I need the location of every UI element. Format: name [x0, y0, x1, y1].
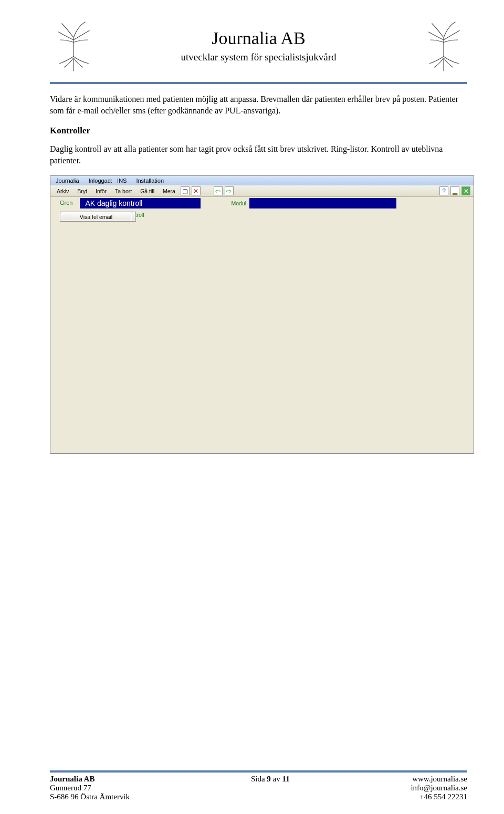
- doc-icon[interactable]: ▢: [181, 186, 190, 195]
- menubar[interactable]: Arkiv Bryt Inför Ta bort Gå till Mera ▢ …: [50, 185, 474, 197]
- tagline: utvecklar system för specialistsjukvård: [108, 51, 410, 63]
- app-name: Journalia: [56, 178, 79, 184]
- close-x-icon[interactable]: ✕: [192, 186, 201, 195]
- modul-value: [249, 198, 396, 208]
- document-header: Journalia AB utvecklar system för specia…: [50, 16, 467, 84]
- titlebar: Journalia Inloggad: INS Installation: [50, 176, 474, 185]
- paragraph-1: Vidare är kommunikationen med patienten …: [50, 93, 467, 116]
- footer-url: www.journalia.se: [411, 775, 467, 784]
- menu-tabort[interactable]: Ta bort: [112, 187, 135, 195]
- footer-address2: S-686 96 Östra Ämtervik: [50, 792, 130, 801]
- close-icon[interactable]: ✕: [461, 186, 470, 195]
- menu-bryt[interactable]: Bryt: [74, 187, 90, 195]
- page-footer: Journalia AB Gunnerud 77 S-686 96 Östra …: [50, 770, 467, 801]
- visa-fel-email-button[interactable]: Visa fel email: [60, 212, 132, 222]
- menu-arkiv[interactable]: Arkiv: [54, 187, 72, 195]
- footer-phone: +46 554 22231: [411, 792, 467, 801]
- arrow-right-icon[interactable]: ⇨: [225, 186, 234, 195]
- gren-value: AK daglig kontroll: [80, 198, 201, 208]
- footer-address1: Gunnerud 77: [50, 784, 130, 792]
- module-band: Gren AK daglig kontroll Modul: [50, 197, 474, 208]
- footer-company: Journalia AB: [50, 775, 130, 784]
- section-heading: Kontroller: [50, 126, 467, 136]
- help-icon[interactable]: ?: [439, 186, 448, 195]
- company-name: Journalia AB: [108, 28, 410, 48]
- app-screenshot: Journalia Inloggad: INS Installation Ark…: [50, 175, 474, 454]
- footer-email: info@journalia.se: [411, 784, 467, 792]
- menu-infor[interactable]: Inför: [92, 187, 110, 195]
- gren-label: Gren: [60, 198, 77, 208]
- paragraph-2: Daglig kontroll av att alla patienter so…: [50, 143, 467, 166]
- arrow-left-icon[interactable]: ⇦: [214, 186, 223, 195]
- modul-label: Modul: [231, 198, 246, 208]
- menu-gatill[interactable]: Gå till: [137, 187, 158, 195]
- minimize-icon[interactable]: ▂: [450, 186, 459, 195]
- logo-left: [50, 16, 97, 76]
- logo-right: [420, 16, 467, 76]
- page-number: Sida 9 av 11: [251, 775, 290, 784]
- menu-mera[interactable]: Mera: [160, 187, 178, 195]
